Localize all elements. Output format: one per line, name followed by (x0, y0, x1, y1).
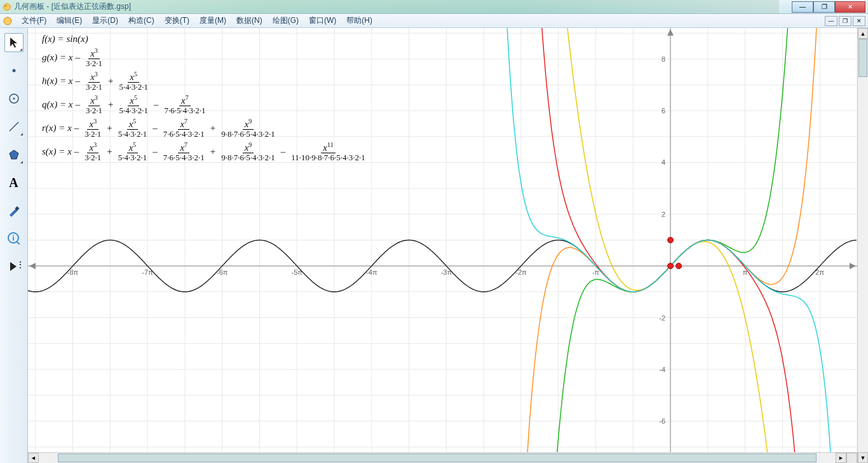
doc-icon (3, 16, 13, 26)
circle-icon (8, 92, 20, 105)
svg-text:-6: -6 (659, 417, 665, 425)
svg-point-74 (668, 263, 674, 269)
menu-measure[interactable]: 度量(M) (194, 14, 231, 27)
tool-custom[interactable]: ⋮ (4, 257, 24, 276)
formula-panel: f(x) = sin(x) g(x) = x– x33·2·1 h(x) = x… (42, 34, 369, 165)
menu-display[interactable]: 显示(D) (87, 14, 123, 27)
svg-text:4: 4 (661, 158, 665, 166)
svg-point-3 (12, 69, 15, 73)
formula-g[interactable]: g(x) = x– x33·2·1 (42, 48, 369, 67)
tool-line[interactable] (4, 117, 24, 136)
formula-h[interactable]: h(x) = x– x33·2·1 + x55·4·3·2·1 (42, 71, 369, 91)
formula-s[interactable]: s(x) = x– x33·2·1 + x55·4·3·2·1 – x77·6·… (42, 142, 369, 162)
vscroll-up-button[interactable]: ▲ (858, 28, 868, 39)
text-icon: A (9, 176, 18, 190)
hscroll-track[interactable] (39, 453, 836, 463)
svg-point-0 (4, 3, 11, 10)
hscroll-right-button[interactable]: ► (836, 453, 846, 463)
formula-f[interactable]: f(x) = sin(x) (42, 34, 369, 44)
tool-text[interactable]: A (4, 173, 24, 192)
svg-marker-7 (10, 150, 18, 159)
canvas-area[interactable]: -8π-7π-6π-5π-4π-3π-2π-ππ2π-6-4-22468 f(x… (28, 28, 857, 463)
vscroll-down-button[interactable]: ▼ (858, 452, 868, 463)
svg-text:-3π: -3π (441, 268, 452, 276)
svg-text:-7π: -7π (142, 268, 153, 276)
toolbar: A i ⋮ (0, 28, 28, 463)
menu-construct[interactable]: 构造(C) (123, 14, 159, 27)
svg-text:-4: -4 (659, 366, 665, 373)
menu-file[interactable]: 文件(F) (17, 14, 51, 27)
mdi-minimize-button[interactable]: — (825, 16, 837, 26)
marker-icon (8, 204, 20, 217)
formula-q[interactable]: q(x) = x– x33·2·1 + x55·4·3·2·1 – x77·6·… (42, 95, 369, 114)
tool-circle[interactable] (4, 89, 24, 108)
close-button[interactable]: ✕ (835, 1, 865, 13)
window-title: 几何画板 - [近似表达正弦函数.gsp] (14, 1, 792, 12)
maximize-button[interactable]: ❐ (813, 1, 835, 13)
svg-point-2 (4, 17, 11, 25)
pointer-icon (8, 36, 20, 49)
menu-edit[interactable]: 编辑(E) (51, 14, 87, 27)
menu-window[interactable]: 窗口(W) (304, 14, 341, 27)
menu-transform[interactable]: 变换(T) (159, 14, 194, 27)
formula-r[interactable]: r(x) = x– x33·2·1 + x55·4·3·2·1 – x77·6·… (42, 118, 369, 138)
menu-graph[interactable]: 绘图(G) (268, 14, 304, 27)
svg-marker-53 (850, 263, 856, 269)
svg-text:i: i (12, 233, 15, 242)
mdi-restore-button[interactable]: ❐ (839, 16, 851, 26)
tool-polygon[interactable] (4, 145, 24, 164)
svg-text:-2: -2 (659, 314, 665, 322)
tool-info[interactable]: i (4, 229, 24, 248)
tool-point[interactable] (4, 61, 24, 80)
tool-select[interactable] (4, 33, 24, 52)
svg-marker-54 (667, 29, 674, 36)
point-icon (8, 64, 20, 77)
svg-text:2: 2 (661, 211, 665, 218)
svg-text:π: π (743, 268, 748, 276)
vscroll-thumb[interactable] (858, 39, 867, 77)
svg-point-1 (5, 4, 7, 6)
svg-point-75 (676, 263, 682, 269)
vscroll-track[interactable] (858, 39, 868, 452)
hscroll-thumb[interactable] (58, 453, 817, 462)
svg-text:8: 8 (661, 55, 665, 63)
menubar: 文件(F) 编辑(E) 显示(D) 构造(C) 变换(T) 度量(M) 数据(N… (0, 14, 868, 28)
svg-point-5 (13, 98, 15, 100)
polygon-icon (8, 148, 20, 161)
mdi-close-button[interactable]: ✕ (853, 16, 865, 26)
vscroll: ▲ ▼ (857, 28, 868, 463)
scroll-corner (846, 453, 857, 463)
hscroll-left-button[interactable]: ◄ (28, 453, 39, 463)
svg-marker-55 (29, 263, 36, 269)
menu-data[interactable]: 数据(N) (231, 14, 268, 27)
svg-text:6: 6 (661, 107, 665, 114)
minimize-button[interactable]: — (792, 1, 813, 13)
app-icon (3, 3, 11, 11)
svg-text:-5π: -5π (292, 268, 303, 276)
menu-help[interactable]: 帮助(H) (341, 14, 377, 27)
titlebar: 几何画板 - [近似表达正弦函数.gsp] — ❐ ✕ (0, 0, 868, 14)
line-icon (8, 120, 20, 133)
svg-line-6 (10, 122, 18, 131)
svg-point-73 (668, 237, 674, 243)
tool-marker[interactable] (4, 201, 24, 220)
info-icon: i (7, 232, 21, 245)
